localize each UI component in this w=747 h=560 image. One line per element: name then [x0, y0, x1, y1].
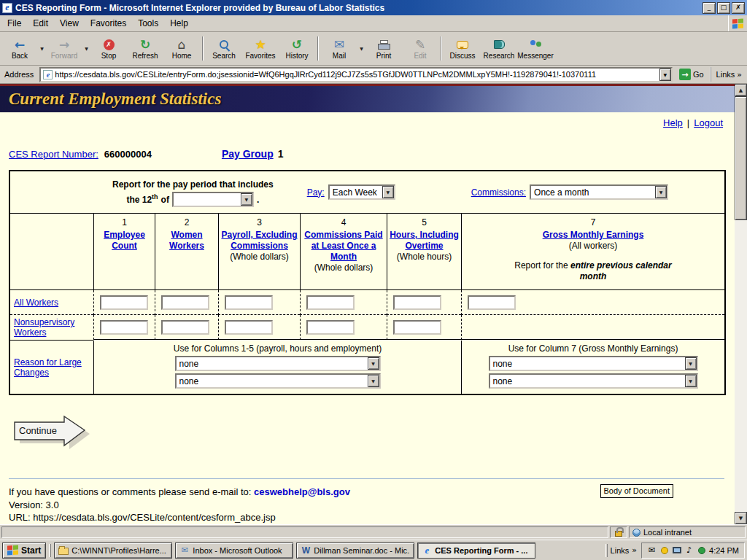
nonsup-employee-count-input[interactable]: [100, 320, 148, 335]
menu-edit[interactable]: Edit: [27, 16, 54, 31]
reason-col7-select-2[interactable]: none ▼: [489, 373, 698, 389]
scrollbar-thumb[interactable]: [735, 96, 747, 220]
scrollbar-track[interactable]: [735, 96, 747, 512]
menu-file[interactable]: File: [1, 16, 27, 31]
tray-display-icon[interactable]: [672, 545, 681, 555]
month-select[interactable]: ▼: [172, 192, 254, 207]
messenger-button[interactable]: Messenger: [517, 34, 554, 63]
pay-group-link[interactable]: Pay Group: [222, 148, 274, 160]
employee-count-link[interactable]: Employee Count: [96, 230, 153, 252]
all-workers-employee-count-input[interactable]: [100, 295, 148, 310]
research-button[interactable]: Research: [481, 34, 517, 63]
pay-select[interactable]: Each Week ▼: [328, 184, 395, 200]
edit-button[interactable]: ✎ Edit: [402, 34, 438, 63]
hours-link[interactable]: Hours, Including Overtime: [389, 230, 460, 252]
browser-window: e CES Reporting Form - Microsoft Interne…: [0, 0, 747, 560]
all-workers-link[interactable]: All Workers: [14, 298, 58, 308]
minimize-button[interactable]: _: [703, 2, 716, 14]
ie-icon: e: [422, 545, 432, 556]
nonsup-payroll-input[interactable]: [225, 320, 273, 335]
report-header: CES Report Number: 660000004 Pay Group 1: [9, 148, 735, 160]
tray-antivirus-icon[interactable]: [697, 545, 706, 555]
body-of-document-marker[interactable]: Body of Document: [600, 484, 674, 498]
continue-button[interactable]: Continue: [13, 414, 93, 449]
contact-email-link[interactable]: ceswebhelp@bls.gov: [254, 486, 350, 497]
taskbar-links-toolbar[interactable]: Links »: [605, 544, 638, 557]
start-button[interactable]: Start: [2, 542, 46, 559]
history-button[interactable]: ↺ History: [279, 34, 315, 63]
stop-icon: ✗: [104, 39, 115, 50]
pay-link[interactable]: Pay:: [307, 187, 325, 198]
nav-separator: |: [687, 117, 689, 128]
task-outlook[interactable]: ✉ Inbox - Microsoft Outlook: [175, 542, 293, 559]
mail-dropdown-icon[interactable]: ▼: [357, 34, 365, 63]
scroll-up-icon[interactable]: ▲: [735, 84, 747, 96]
nonsupervisory-workers-link[interactable]: Nonsupervisory Workers: [14, 317, 90, 338]
reason-columns-1-5: Use for Columns 1-5 (payroll, hours and …: [93, 341, 461, 394]
footer-divider: [9, 478, 724, 479]
col-header-payroll: 3 Payroll, Excluding Commissions (Whole …: [218, 214, 300, 290]
vertical-scrollbar[interactable]: ▲ ▼: [735, 84, 747, 524]
favorites-button[interactable]: ★ Favorites: [242, 34, 279, 63]
menu-tools[interactable]: Tools: [132, 16, 164, 31]
go-button[interactable]: → Go: [676, 69, 708, 80]
report-number-value: 660000004: [104, 149, 152, 160]
scroll-down-icon[interactable]: ▼: [735, 512, 747, 524]
all-workers-commissions-input[interactable]: [306, 295, 355, 310]
help-link[interactable]: Help: [663, 117, 683, 128]
task-explorer-window[interactable]: C:\WINNT\Profiles\Harre...: [54, 542, 172, 559]
reason-column-7: Use for Column 7 (Gross Monthly Earnings…: [461, 341, 724, 394]
all-workers-women-workers-input[interactable]: [161, 295, 209, 310]
gross-monthly-earnings-link[interactable]: Gross Monthly Earnings: [543, 230, 644, 241]
search-button[interactable]: Search: [206, 34, 242, 63]
toolbar-grip: [605, 544, 608, 557]
forward-button[interactable]: → Forward: [46, 34, 82, 63]
forward-dropdown-icon[interactable]: ▼: [82, 34, 90, 63]
home-button[interactable]: ⌂ Home: [163, 34, 200, 63]
links-toolbar[interactable]: Links »: [711, 67, 746, 82]
all-workers-hours-input[interactable]: [393, 295, 441, 310]
nonsup-commissions-input[interactable]: [306, 320, 355, 335]
folder-icon: [58, 548, 69, 555]
refresh-button[interactable]: ↻ Refresh: [127, 34, 163, 63]
task-word-document[interactable]: W Dillman Seminar.doc - Mic...: [296, 542, 414, 559]
all-workers-gross-monthly-input[interactable]: [468, 295, 516, 310]
back-button[interactable]: ← Back: [1, 34, 38, 63]
women-workers-link[interactable]: Women Workers: [157, 230, 217, 252]
print-button[interactable]: Print: [365, 34, 402, 63]
payroll-link[interactable]: Payroll, Excluding Commissions: [220, 230, 298, 252]
ces-report-number-link[interactable]: CES Report Number:: [9, 149, 98, 160]
discuss-button[interactable]: Discuss: [444, 34, 481, 63]
menu-view[interactable]: View: [54, 16, 85, 31]
address-dropdown-icon[interactable]: ▼: [659, 69, 671, 81]
commissions-paid-link[interactable]: Commissions Paid at Least Once a Month: [302, 230, 385, 262]
commissions-select[interactable]: Once a month ▼: [530, 184, 668, 200]
close-button[interactable]: ✗: [732, 2, 745, 14]
back-dropdown-icon[interactable]: ▼: [38, 34, 46, 63]
messenger-icon: [530, 39, 542, 50]
task-ces-reporting-form[interactable]: e CES Reporting Form - ...: [417, 542, 535, 559]
stop-button[interactable]: ✗ Stop: [90, 34, 127, 63]
menu-favorites[interactable]: Favorites: [85, 16, 132, 31]
back-icon: ←: [15, 37, 25, 52]
menu-help[interactable]: Help: [164, 16, 194, 31]
url-text: URL: https://cesdata.bls.gov/CESLite/con…: [9, 511, 726, 524]
tray-volume-icon[interactable]: ♪: [684, 545, 694, 555]
reason-cols1-5-select-2[interactable]: none ▼: [175, 373, 381, 389]
reason-cols1-5-select-1[interactable]: none ▼: [175, 356, 381, 371]
nonsup-hours-input[interactable]: [393, 320, 441, 335]
tray-mail-icon[interactable]: ✉: [647, 545, 657, 555]
reason-for-large-changes-link[interactable]: Reason for Large Changes: [14, 357, 90, 378]
row-nonsupervisory: Nonsupervisory Workers: [10, 315, 93, 341]
address-input[interactable]: e https://cesdata.bls.gov/CESLite/entryF…: [39, 67, 673, 82]
restore-button[interactable]: □: [717, 2, 730, 14]
reason-col7-select-1[interactable]: none ▼: [489, 356, 698, 371]
logout-link[interactable]: Logout: [694, 117, 723, 128]
tray-status-icon[interactable]: [659, 545, 669, 555]
ie-document-icon: e: [2, 3, 12, 13]
all-workers-payroll-input[interactable]: [225, 295, 273, 310]
go-icon: →: [679, 69, 691, 80]
mail-button[interactable]: ✉ Mail: [321, 34, 357, 63]
commissions-link[interactable]: Commissions:: [471, 187, 526, 198]
nonsup-women-workers-input[interactable]: [161, 320, 209, 335]
